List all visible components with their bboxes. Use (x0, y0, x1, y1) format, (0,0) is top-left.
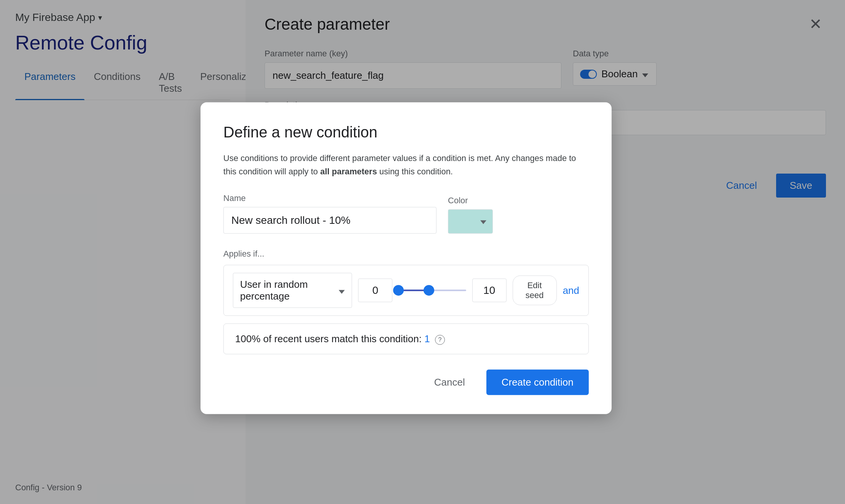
color-picker-chevron (480, 217, 486, 226)
modal-create-condition-button[interactable]: Create condition (486, 370, 588, 395)
modal-form-row: Name Color (223, 193, 589, 234)
modal-actions: Cancel Create condition (223, 370, 589, 395)
match-info-box: 100% of recent users match this conditio… (223, 324, 589, 354)
and-link[interactable]: and (563, 285, 579, 297)
slider-thumb-left[interactable] (393, 285, 404, 296)
modal-desc-end: using this condition. (379, 167, 453, 176)
help-icon[interactable]: ? (435, 335, 445, 345)
condition-type-chevron (339, 285, 345, 297)
condition-name-group: Name (223, 193, 437, 234)
match-text: 100% of recent users match this conditio… (235, 333, 422, 345)
modal-desc-bold: all parameters (320, 167, 377, 176)
slider-thumb-right[interactable] (424, 285, 434, 296)
condition-name-input[interactable] (223, 207, 437, 234)
condition-name-label: Name (223, 193, 437, 203)
color-group: Color (448, 196, 493, 234)
applies-label: Applies if... (223, 249, 589, 259)
match-link[interactable]: 1 (424, 333, 430, 345)
modal-description: Use conditions to provide different para… (223, 152, 589, 178)
color-swatch (454, 215, 477, 228)
modal-cancel-button[interactable]: Cancel (422, 370, 477, 395)
condition-type-select[interactable]: User in random percentage (233, 273, 352, 308)
slider-container[interactable] (399, 283, 466, 298)
color-label: Color (448, 196, 493, 206)
range-max-input[interactable] (472, 279, 506, 302)
range-min-input[interactable] (358, 279, 392, 302)
modal-title: Define a new condition (223, 124, 589, 141)
condition-type-label: User in random percentage (240, 279, 335, 302)
define-condition-modal: Define a new condition Use conditions to… (201, 102, 612, 414)
color-picker[interactable] (448, 209, 493, 234)
edit-seed-button[interactable]: Edit seed (512, 276, 556, 305)
condition-row: User in random percentage Edit seed and (223, 265, 589, 316)
